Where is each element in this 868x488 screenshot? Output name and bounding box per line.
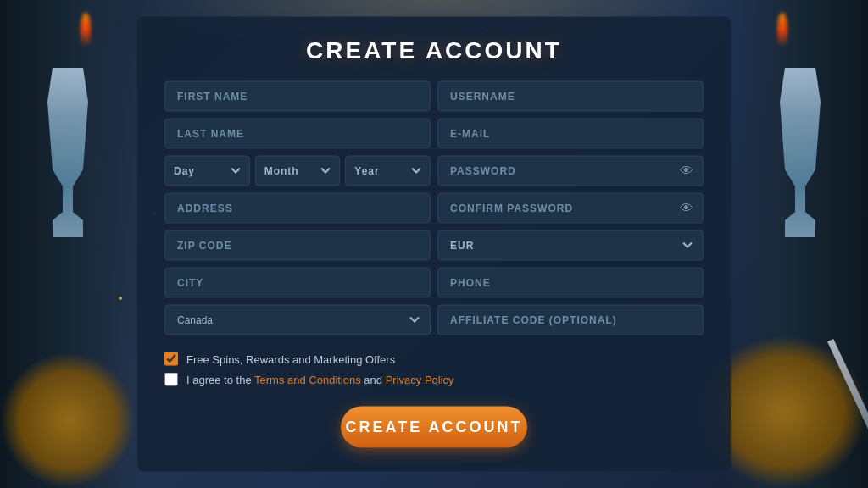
currency-select[interactable]: EUR USD CAD GBP xyxy=(437,230,704,261)
form-grid: Day Month Year 👁 👁 EUR USD CAD xyxy=(164,81,704,393)
terms-label: I agree to the Terms and Conditions and … xyxy=(186,373,454,385)
confirm-password-eye-icon[interactable]: 👁 xyxy=(680,201,693,216)
page-title: CREATE ACCOUNT xyxy=(164,37,704,64)
confirm-password-input[interactable] xyxy=(437,193,704,224)
email-input[interactable] xyxy=(437,119,704,149)
address-input[interactable] xyxy=(164,193,431,224)
checkboxes-section: Free Spins, Rewards and Marketing Offers… xyxy=(164,352,704,393)
username-input[interactable] xyxy=(437,81,704,112)
form-container: CREATE ACCOUNT Day Month Year 👁 xyxy=(137,17,731,472)
dob-day-select[interactable]: Day xyxy=(164,156,250,186)
marketing-label: Free Spins, Rewards and Marketing Offers xyxy=(186,352,395,365)
torch-right-icon xyxy=(777,13,787,47)
first-name-input[interactable] xyxy=(164,81,431,112)
last-name-input[interactable] xyxy=(164,119,431,149)
privacy-link[interactable]: Privacy Policy xyxy=(386,373,454,385)
dob-month-select[interactable]: Month xyxy=(255,156,341,186)
dob-year-select[interactable]: Year xyxy=(345,156,431,186)
password-input[interactable] xyxy=(437,156,704,186)
dob-row: Day Month Year xyxy=(164,156,431,186)
terms-checkbox[interactable] xyxy=(164,373,178,386)
zip-code-input[interactable] xyxy=(164,230,431,261)
create-account-button[interactable]: CREATE ACCOUNT xyxy=(341,407,527,448)
country-select[interactable]: Canada United States United Kingdom Aust… xyxy=(164,305,431,336)
terms-link[interactable]: Terms and Conditions xyxy=(254,373,361,385)
city-input[interactable] xyxy=(164,268,431,298)
marketing-checkbox-row: Free Spins, Rewards and Marketing Offers xyxy=(164,352,704,366)
password-eye-icon[interactable]: 👁 xyxy=(680,164,693,179)
torch-left-icon xyxy=(81,13,91,47)
sparkle-4 xyxy=(119,297,122,300)
password-field-wrapper: 👁 xyxy=(437,156,704,186)
coins-left-decoration xyxy=(0,352,136,488)
terms-checkbox-row: I agree to the Terms and Conditions and … xyxy=(164,373,704,386)
confirm-password-field-wrapper: 👁 xyxy=(437,193,704,224)
marketing-checkbox[interactable] xyxy=(164,352,178,366)
phone-input[interactable] xyxy=(437,268,704,298)
affiliate-code-input[interactable] xyxy=(437,305,704,336)
